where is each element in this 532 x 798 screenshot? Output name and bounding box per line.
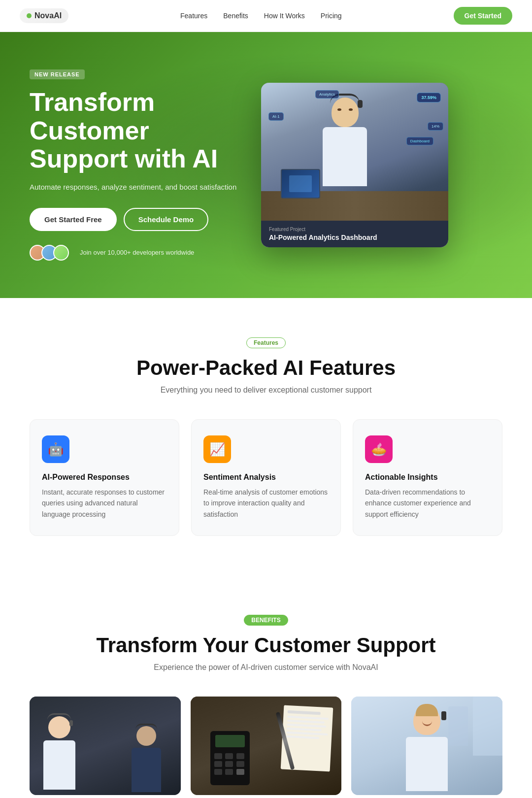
hero-section: NEW RELEASE Transform Customer Support w… <box>0 32 532 298</box>
benefits-subtitle: Experience the power of AI-driven custom… <box>30 663 502 672</box>
hero-badge: NEW RELEASE <box>30 69 85 79</box>
nav-how-it-works[interactable]: How It Works <box>264 12 305 20</box>
feature-desc-0: Instant, accurate responses to customer … <box>42 487 167 520</box>
avatar-stack <box>30 245 65 261</box>
feature-card-2: 🥧 Actionable Insights Data-driven recomm… <box>353 419 502 536</box>
card-caption-title: AI-Powered Analytics Dashboard <box>269 233 440 241</box>
card-caption-label: Featured Project <box>269 227 440 232</box>
nav-pricing[interactable]: Pricing <box>321 12 342 20</box>
hero-card-image: 37.59% Analytics 14% Dashboard AI-1 <box>261 83 448 221</box>
benefit-image-0 <box>30 697 181 795</box>
feature-title-1: Sentiment Analysis <box>203 473 329 482</box>
benefit-image-1 <box>191 697 342 795</box>
avatar-3 <box>53 245 69 261</box>
features-grid: 🤖 AI-Powered Responses Instant, accurate… <box>30 419 502 536</box>
benefits-title: Transform Your Customer Support <box>30 633 502 657</box>
feature-desc-2: Data-driven recommendations to enhance c… <box>365 487 490 520</box>
features-badge: Features <box>246 337 286 348</box>
pie-chart-icon: 🥧 <box>371 442 387 457</box>
benefits-section: BENEFITS Transform Your Customer Support… <box>0 575 532 798</box>
logo[interactable]: NovaAI <box>20 8 68 23</box>
hero-buttons: Get Started Free Schedule Demo <box>30 208 241 231</box>
feature-icon-1: 📈 <box>203 435 231 463</box>
features-section: Features Power-Packed AI Features Everyt… <box>0 298 532 575</box>
feature-title-0: AI-Powered Responses <box>42 473 167 482</box>
hero-featured-card: 37.59% Analytics 14% Dashboard AI-1 Feat… <box>261 83 448 247</box>
hero-social-proof: Join over 10,000+ developers worldwide <box>30 245 241 261</box>
hero-get-started-button[interactable]: Get Started Free <box>30 208 117 231</box>
robot-icon: 🤖 <box>48 442 64 457</box>
features-subtitle: Everything you need to deliver exception… <box>30 386 502 395</box>
hero-subtitle: Automate responses, analyze sentiment, a… <box>30 182 241 193</box>
chart-icon: 📈 <box>209 442 225 457</box>
feature-card-0: 🤖 AI-Powered Responses Instant, accurate… <box>30 419 179 536</box>
logo-text: NovaAI <box>34 11 62 20</box>
nav-cta-button[interactable]: Get Started <box>454 7 512 25</box>
feature-icon-0: 🤖 <box>42 435 69 463</box>
nav-benefits[interactable]: Benefits <box>223 12 248 20</box>
hero-title: Transform Customer Support with AI <box>30 88 241 173</box>
benefits-badge: BENEFITS <box>244 615 288 626</box>
logo-dot <box>27 13 32 18</box>
feature-desc-1: Real-time analysis of customer emotions … <box>203 487 329 520</box>
social-proof-text: Join over 10,000+ developers worldwide <box>80 249 194 256</box>
feature-title-2: Actionable Insights <box>365 473 490 482</box>
feature-card-1: 📈 Sentiment Analysis Real-time analysis … <box>191 419 341 536</box>
hero-content: NEW RELEASE Transform Customer Support w… <box>30 69 241 260</box>
navigation: NovaAI Features Benefits How It Works Pr… <box>0 0 532 32</box>
feature-icon-2: 🥧 <box>365 435 393 463</box>
features-title: Power-Packed AI Features <box>30 356 502 380</box>
nav-links: Features Benefits How It Works Pricing <box>180 12 342 20</box>
hero-card-caption: Featured Project AI-Powered Analytics Da… <box>261 221 448 247</box>
benefits-images <box>30 697 502 795</box>
hero-schedule-demo-button[interactable]: Schedule Demo <box>124 208 209 231</box>
nav-features[interactable]: Features <box>180 12 207 20</box>
benefit-image-2 <box>351 697 502 795</box>
